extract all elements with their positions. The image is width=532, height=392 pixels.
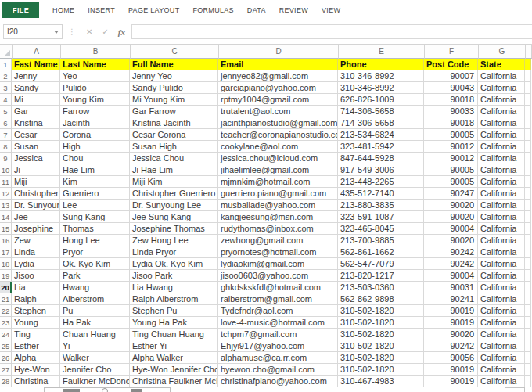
- row-header-27[interactable]: 27: [0, 364, 12, 376]
- cell-G10[interactable]: California: [478, 164, 525, 176]
- column-header-E[interactable]: E: [339, 45, 425, 59]
- cell-F26[interactable]: 90056: [424, 352, 478, 364]
- cell-D16[interactable]: zewhong@gmail.com: [218, 235, 338, 246]
- cell-G17[interactable]: California: [478, 246, 525, 258]
- row-header-6[interactable]: 6: [0, 117, 12, 129]
- cell-E22[interactable]: 310-502-1820: [338, 305, 424, 317]
- row-header-8[interactable]: 8: [0, 141, 12, 153]
- row-header-5[interactable]: 5: [0, 106, 12, 117]
- cell-G12[interactable]: California: [478, 188, 525, 200]
- cell-E18[interactable]: 562-547-7079: [338, 258, 424, 270]
- cell-B19[interactable]: Park: [60, 270, 130, 282]
- tab-data[interactable]: DATA: [247, 6, 266, 14]
- cell-B25[interactable]: Yi: [60, 340, 130, 352]
- enter-icon[interactable]: ✓: [102, 27, 108, 36]
- cell-A26[interactable]: Alpha: [12, 352, 60, 364]
- cell-A6[interactable]: Kristina: [12, 117, 60, 129]
- cell-E11[interactable]: 213-448-2265: [338, 176, 424, 188]
- row-header-13[interactable]: 13: [0, 200, 12, 211]
- cell-C5[interactable]: Gar Farrow: [130, 106, 218, 117]
- row-header-22[interactable]: 22: [0, 305, 12, 317]
- cell-A28[interactable]: Christina: [12, 376, 60, 387]
- cell-F12[interactable]: 90247: [424, 188, 478, 200]
- cell-E10[interactable]: 917-549-3006: [338, 164, 424, 176]
- cell-C26[interactable]: Alpha Walker: [130, 352, 218, 364]
- cell-C9[interactable]: Jessica Chou: [130, 153, 218, 164]
- cell-D6[interactable]: jacinthpianostudio@gmail.com: [218, 117, 338, 129]
- cell-D7[interactable]: teacher@coronapianostudio.com: [218, 129, 338, 141]
- cell-A24[interactable]: Ting: [12, 329, 60, 340]
- cell-E24[interactable]: 310-502-1820: [338, 329, 424, 340]
- insert-function-icon[interactable]: fx: [118, 27, 125, 37]
- cell-F6[interactable]: 90018: [424, 117, 478, 129]
- cell-B21[interactable]: Alberstrom: [60, 293, 130, 305]
- select-all-corner[interactable]: [0, 45, 13, 59]
- cell-C1[interactable]: Full Name: [130, 59, 218, 70]
- cell-B22[interactable]: Pu: [60, 305, 130, 317]
- cell-A18[interactable]: Lydia: [12, 258, 60, 270]
- name-box-dropdown-icon[interactable]: [54, 31, 59, 34]
- cell-A12[interactable]: Christopher: [12, 188, 60, 200]
- cell-A2[interactable]: Jenny: [12, 70, 60, 82]
- row-header-2[interactable]: 2: [0, 70, 12, 82]
- cell-A7[interactable]: Cesar: [12, 129, 60, 141]
- cell-F5[interactable]: 90033: [424, 106, 478, 117]
- cell-C4[interactable]: Mi Young Kim: [130, 94, 218, 106]
- cell-A15[interactable]: Josephine: [12, 223, 60, 235]
- cell-C27[interactable]: Hye-Won Jennifer Cho: [130, 364, 218, 376]
- cell-E23[interactable]: 310-502-1820: [338, 317, 424, 329]
- cell-B17[interactable]: Pryor: [60, 246, 130, 258]
- cell-D9[interactable]: jessica.chou@icloud.com: [218, 153, 338, 164]
- cell-B27[interactable]: Jennifer Cho: [60, 364, 130, 376]
- cell-C12[interactable]: Christopher Guerriero: [130, 188, 218, 200]
- cell-A3[interactable]: Sandy: [12, 82, 60, 94]
- cell-C14[interactable]: Jee Sung Kang: [130, 211, 218, 223]
- column-header-B[interactable]: B: [61, 45, 131, 59]
- row-header-24[interactable]: 24: [0, 329, 12, 340]
- cell-F25[interactable]: 90242: [424, 340, 478, 352]
- cell-G23[interactable]: California: [478, 317, 525, 329]
- cell-G15[interactable]: California: [478, 223, 525, 235]
- cell-F24[interactable]: 90020: [424, 329, 478, 340]
- cell-F20[interactable]: 90031: [424, 282, 478, 293]
- cell-D26[interactable]: alphamuse@ca.rr.com: [218, 352, 338, 364]
- tab-home[interactable]: HOME: [52, 6, 74, 14]
- cell-F27[interactable]: 90019: [424, 364, 478, 376]
- cell-G19[interactable]: California: [478, 270, 525, 282]
- cell-A4[interactable]: Mi: [12, 94, 60, 106]
- column-header-C[interactable]: C: [131, 45, 219, 59]
- cell-D10[interactable]: jihaelimlee@gmail.com: [218, 164, 338, 176]
- cell-B4[interactable]: Young Kim: [60, 94, 130, 106]
- row-header-10[interactable]: 10: [0, 164, 12, 176]
- cell-G27[interactable]: California: [478, 364, 525, 376]
- cell-E12[interactable]: 435-512-7140: [338, 188, 424, 200]
- cell-B26[interactable]: Walker: [60, 352, 130, 364]
- cell-A17[interactable]: Linda: [12, 246, 60, 258]
- cell-E5[interactable]: 714-306-5658: [338, 106, 424, 117]
- cell-A19[interactable]: Jisoo: [12, 270, 60, 282]
- cell-C8[interactable]: Susan High: [130, 141, 218, 153]
- cell-E6[interactable]: 714-306-5658: [338, 117, 424, 129]
- formula-input[interactable]: [131, 24, 532, 39]
- cell-A16[interactable]: Zew: [12, 235, 60, 246]
- cell-E3[interactable]: 310-346-8992: [338, 82, 424, 94]
- cell-F4[interactable]: 90018: [424, 94, 478, 106]
- cancel-icon[interactable]: ✕: [86, 27, 92, 36]
- cell-E13[interactable]: 213-880-3835: [338, 200, 424, 211]
- cell-G11[interactable]: California: [478, 176, 525, 188]
- cell-A1[interactable]: Fast Name: [12, 59, 60, 70]
- row-header-26[interactable]: 26: [0, 352, 12, 364]
- cell-E28[interactable]: 310-467-4983: [338, 376, 424, 387]
- scrollbar-corner[interactable]: [505, 387, 525, 392]
- cell-G25[interactable]: California: [478, 340, 525, 352]
- cell-D27[interactable]: hyewon.cho@gmail.com: [218, 364, 338, 376]
- cell-E1[interactable]: Phone: [338, 59, 424, 70]
- cell-C23[interactable]: Young Ha Pak: [130, 317, 218, 329]
- row-header-3[interactable]: 3: [0, 82, 12, 94]
- cell-D23[interactable]: love-4-music@hotmail.com: [218, 317, 338, 329]
- cell-G6[interactable]: California: [478, 117, 525, 129]
- cell-A25[interactable]: Esther: [12, 340, 60, 352]
- row-header-15[interactable]: 15: [0, 223, 12, 235]
- cell-G21[interactable]: California: [478, 293, 525, 305]
- tab-review[interactable]: REVIEW: [279, 6, 308, 14]
